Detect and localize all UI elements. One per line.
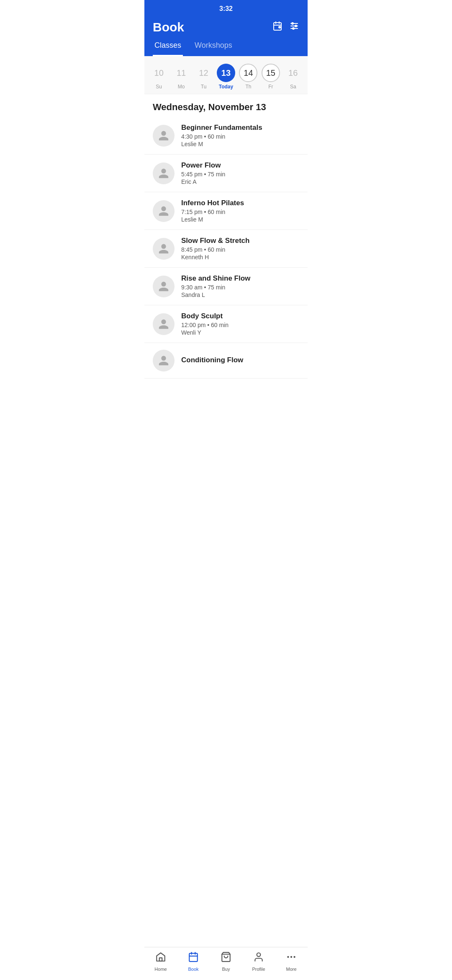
class-avatar-1 xyxy=(153,162,175,184)
class-instructor-2: Leslie M xyxy=(181,216,299,223)
class-avatar-0 xyxy=(153,125,175,147)
calendar-day-11[interactable]: 11 Mo xyxy=(171,64,191,90)
header-actions xyxy=(272,21,299,34)
calendar-day-12[interactable]: 12 Tu xyxy=(194,64,214,90)
class-item-6[interactable]: Conditioning Flow xyxy=(144,343,308,379)
day-number-16: 16 xyxy=(284,64,302,82)
class-name-6: Conditioning Flow xyxy=(181,356,299,364)
day-label-th: Th xyxy=(245,84,251,90)
status-bar: 3:32 xyxy=(144,0,308,15)
class-info-4: Rise and Shine Flow 9:30 am • 75 min San… xyxy=(181,274,299,298)
class-item-0[interactable]: Beginner Fundamentals 4:30 pm • 60 min L… xyxy=(144,117,308,155)
class-avatar-5 xyxy=(153,313,175,335)
class-info-3: Slow Flow & Stretch 8:45 pm • 60 min Ken… xyxy=(181,237,299,260)
class-info-6: Conditioning Flow xyxy=(181,356,299,366)
day-number-11: 11 xyxy=(172,64,190,82)
class-name-1: Power Flow xyxy=(181,161,299,170)
calendar-day-14[interactable]: 14 Th xyxy=(238,64,258,90)
calendar-day-10[interactable]: 10 Su xyxy=(149,64,169,90)
svg-point-9 xyxy=(295,25,297,27)
class-time-2: 7:15 pm • 60 min xyxy=(181,209,299,215)
class-avatar-2 xyxy=(153,200,175,222)
class-instructor-3: Kenneth H xyxy=(181,254,299,260)
class-instructor-1: Eric A xyxy=(181,178,299,185)
day-label-mo: Mo xyxy=(178,84,185,90)
tab-bar: Classes Workshops xyxy=(144,34,308,56)
header: Book xyxy=(144,15,308,34)
day-label-sa: Sa xyxy=(290,84,296,90)
class-item-1[interactable]: Power Flow 5:45 pm • 75 min Eric A xyxy=(144,155,308,192)
day-number-13: 13 xyxy=(217,64,235,82)
filter-icon[interactable] xyxy=(289,21,299,34)
day-label-fr: Fr xyxy=(268,84,273,90)
class-item-3[interactable]: Slow Flow & Stretch 8:45 pm • 60 min Ken… xyxy=(144,230,308,268)
day-label-su: Su xyxy=(156,84,162,90)
svg-point-8 xyxy=(292,23,293,24)
class-item-2[interactable]: Inferno Hot Pilates 7:15 pm • 60 min Les… xyxy=(144,192,308,230)
class-name-2: Inferno Hot Pilates xyxy=(181,199,299,207)
class-time-5: 12:00 pm • 60 min xyxy=(181,322,299,328)
svg-point-10 xyxy=(293,28,294,29)
class-avatar-3 xyxy=(153,238,175,260)
class-info-5: Body Sculpt 12:00 pm • 60 min Wenli Y xyxy=(181,312,299,336)
day-number-14: 14 xyxy=(239,64,257,82)
class-info-2: Inferno Hot Pilates 7:15 pm • 60 min Les… xyxy=(181,199,299,223)
class-instructor-4: Sandra L xyxy=(181,291,299,298)
date-heading: Wednesday, November 13 xyxy=(144,94,308,117)
day-label-today: Today xyxy=(219,84,233,90)
class-time-1: 5:45 pm • 75 min xyxy=(181,171,299,178)
svg-point-4 xyxy=(278,26,281,28)
tab-workshops[interactable]: Workshops xyxy=(193,41,234,56)
class-time-3: 8:45 pm • 60 min xyxy=(181,246,299,253)
class-info-1: Power Flow 5:45 pm • 75 min Eric A xyxy=(181,161,299,185)
status-time: 3:32 xyxy=(219,5,233,12)
calendar-strip: 10 Su 11 Mo 12 Tu 13 Today 14 Th 15 Fr 1… xyxy=(144,56,308,94)
class-name-0: Beginner Fundamentals xyxy=(181,124,299,132)
day-label-tu: Tu xyxy=(201,84,207,90)
class-instructor-5: Wenli Y xyxy=(181,329,299,336)
class-instructor-0: Leslie M xyxy=(181,141,299,147)
class-list: Beginner Fundamentals 4:30 pm • 60 min L… xyxy=(144,117,308,379)
calendar-day-15[interactable]: 15 Fr xyxy=(261,64,281,90)
day-number-12: 12 xyxy=(195,64,213,82)
page-title: Book xyxy=(153,20,184,34)
calendar-day-13[interactable]: 13 Today xyxy=(216,64,236,90)
day-number-15: 15 xyxy=(262,64,280,82)
class-item-4[interactable]: Rise and Shine Flow 9:30 am • 75 min San… xyxy=(144,268,308,305)
tab-classes[interactable]: Classes xyxy=(153,41,183,56)
calendar-day-16[interactable]: 16 Sa xyxy=(283,64,303,90)
day-number-10: 10 xyxy=(150,64,168,82)
class-name-4: Rise and Shine Flow xyxy=(181,274,299,283)
class-avatar-6 xyxy=(153,350,175,371)
class-avatar-4 xyxy=(153,276,175,297)
class-item-5[interactable]: Body Sculpt 12:00 pm • 60 min Wenli Y xyxy=(144,305,308,343)
calendar-icon[interactable] xyxy=(272,21,282,34)
class-name-5: Body Sculpt xyxy=(181,312,299,320)
class-time-0: 4:30 pm • 60 min xyxy=(181,133,299,140)
class-name-3: Slow Flow & Stretch xyxy=(181,237,299,245)
class-time-4: 9:30 am • 75 min xyxy=(181,284,299,291)
class-info-0: Beginner Fundamentals 4:30 pm • 60 min L… xyxy=(181,124,299,147)
